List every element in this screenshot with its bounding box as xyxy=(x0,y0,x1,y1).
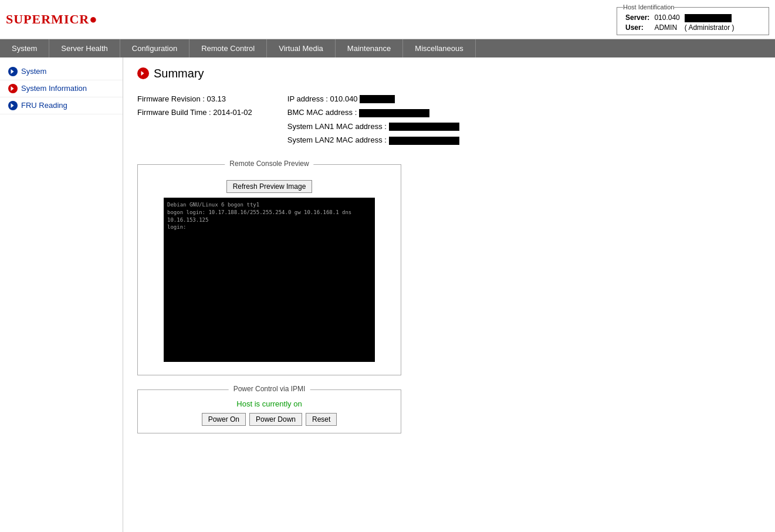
refresh-preview-button[interactable]: Refresh Preview Image xyxy=(226,180,313,193)
host-id-legend: Host Identification xyxy=(623,4,674,11)
logo-text: SUPERMICR xyxy=(6,12,89,26)
preview-content: Refresh Preview Image Debian GNU/Linux 6… xyxy=(145,174,394,368)
console-line3: login: xyxy=(167,223,371,231)
main-content: Summary Firmware Revision : 03.13 Firmwa… xyxy=(123,57,775,532)
sidebar-item-fru-reading[interactable]: FRU Reading xyxy=(0,97,123,114)
power-down-button[interactable]: Power Down xyxy=(249,413,302,426)
firmware-revision-row: Firmware Revision : 03.13 xyxy=(137,92,252,106)
remote-console-section: Remote Console Preview Refresh Preview I… xyxy=(137,164,401,375)
page-header: SUPERMICR● Host Identification Server: 0… xyxy=(0,0,775,39)
user-value: ADMIN xyxy=(652,23,682,32)
logo-dot: ● xyxy=(89,12,97,26)
navbar: System Server Health Configuration Remot… xyxy=(0,39,775,57)
firmware-build-row: Firmware Build Time : 2014-01-02 xyxy=(137,106,252,119)
bmc-mac-redacted xyxy=(359,109,429,117)
nav-item-configuration[interactable]: Configuration xyxy=(120,39,189,57)
bmc-mac-label: BMC MAC address : xyxy=(287,108,357,117)
arrow-blue-icon2 xyxy=(8,101,18,110)
power-control-legend: Power Control via IPMI xyxy=(229,385,310,393)
lan1-label: System LAN1 MAC address : xyxy=(287,122,387,131)
firmware-revision-value: 03.13 xyxy=(207,94,226,103)
ip-label: IP address : xyxy=(287,94,328,103)
arrow-blue-icon xyxy=(8,67,18,76)
nav-item-system[interactable]: System xyxy=(0,39,49,57)
nav-item-miscellaneous[interactable]: Miscellaneous xyxy=(403,39,475,57)
power-on-button[interactable]: Power On xyxy=(202,413,246,426)
firmware-build-value: 2014-01-02 xyxy=(213,108,252,117)
title-icon xyxy=(137,67,149,79)
server-label: Server: xyxy=(623,13,652,23)
nav-item-remote-control[interactable]: Remote Control xyxy=(189,39,267,57)
lan1-row: System LAN1 MAC address : xyxy=(287,120,459,133)
server-ip-redacted xyxy=(685,14,732,22)
sidebar: System System Information FRU Reading xyxy=(0,57,123,532)
logo: SUPERMICR● xyxy=(6,12,98,27)
page-title-area: Summary xyxy=(137,67,761,80)
firmware-revision-label: Firmware Revision : xyxy=(137,94,205,103)
ip-value: 010.040 xyxy=(330,94,358,103)
arrow-red-icon xyxy=(8,84,18,93)
console-line1: Debian GNU/Linux 6 bogon tty1 xyxy=(167,201,371,209)
sidebar-item-system[interactable]: System xyxy=(0,63,123,80)
nav-item-server-health[interactable]: Server Health xyxy=(49,39,120,57)
info-col-left: Firmware Revision : 03.13 Firmware Build… xyxy=(137,92,252,147)
lan2-row: System LAN2 MAC address : xyxy=(287,133,459,147)
reset-button[interactable]: Reset xyxy=(306,413,337,426)
remote-console-legend: Remote Console Preview xyxy=(225,160,313,168)
nav-item-virtual-media[interactable]: Virtual Media xyxy=(267,39,336,57)
user-label: User: xyxy=(623,23,652,32)
sidebar-item-system-info[interactable]: System Information xyxy=(0,80,123,97)
firmware-build-label: Firmware Build Time : xyxy=(137,108,211,117)
console-line2: bogon login: 10.17.188.16/255.255.254.0 … xyxy=(167,209,371,223)
lan1-redacted xyxy=(389,123,459,131)
info-section: Firmware Revision : 03.13 Firmware Build… xyxy=(137,92,761,147)
sidebar-label-fru: FRU Reading xyxy=(21,101,67,110)
lan2-redacted xyxy=(389,137,459,145)
sidebar-label-system-info: System Information xyxy=(21,84,87,93)
nav-item-maintenance[interactable]: Maintenance xyxy=(336,39,403,57)
bmc-mac-row: BMC MAC address : xyxy=(287,106,459,119)
sidebar-label-system: System xyxy=(21,67,46,76)
page-title: Summary xyxy=(154,67,204,80)
host-id-table: Server: 010.040 User: ADMIN ( Administra… xyxy=(623,13,736,32)
host-status: Host is currently on xyxy=(145,399,394,408)
info-col-right: IP address : 010.040 BMC MAC address : S… xyxy=(287,92,459,147)
ip-redacted xyxy=(360,95,395,103)
content-area: System System Information FRU Reading Su… xyxy=(0,57,775,532)
power-control-section: Power Control via IPMI Host is currently… xyxy=(137,389,401,433)
lan2-label: System LAN2 MAC address : xyxy=(287,135,387,144)
role-value: ( Administrator ) xyxy=(682,23,737,32)
server-value: 010.040 xyxy=(652,13,682,23)
power-buttons-group: Power On Power Down Reset xyxy=(145,413,394,426)
console-screen: Debian GNU/Linux 6 bogon tty1 bogon logi… xyxy=(164,198,375,362)
ip-row: IP address : 010.040 xyxy=(287,92,459,106)
